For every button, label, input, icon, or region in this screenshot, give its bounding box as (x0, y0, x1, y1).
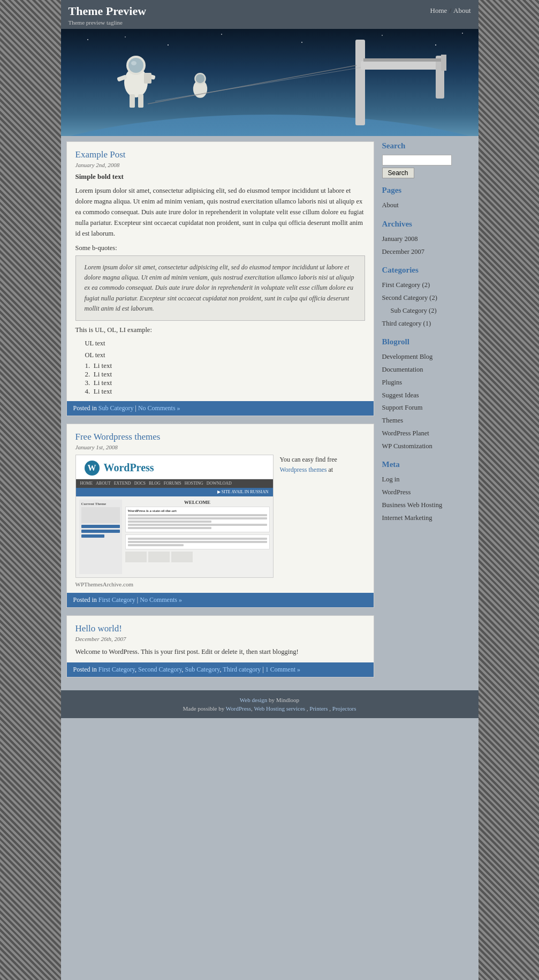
post-1-cat-link[interactable]: Sub Category (98, 404, 134, 412)
sidebar-search-heading: Search (382, 141, 473, 152)
nav-about-link[interactable]: About (453, 6, 471, 15)
post-1-comments-link[interactable]: No Comments » (138, 404, 180, 412)
svg-rect-21 (130, 94, 135, 108)
footer-hosting-link[interactable]: Web Hosting services (254, 705, 305, 712)
sidebar-blogroll-heading: Blogroll (382, 337, 473, 348)
nav-home-link[interactable]: Home (430, 6, 447, 15)
sidebar-cat-third[interactable]: Third category (1) (382, 318, 473, 330)
footer-printers-link[interactable]: Printers (309, 705, 328, 712)
post-1-li-2: 2. Li text (85, 370, 365, 379)
sidebar-meta-heading: Meta (382, 460, 473, 470)
sidebar-page-about[interactable]: About (382, 199, 473, 212)
sidebar-meta-marketing[interactable]: Internet Marketing (382, 512, 473, 525)
sidebar-pages-heading: Pages (382, 186, 473, 196)
site-title: Theme Preview (69, 4, 147, 18)
sidebar-cat-first[interactable]: First Category (2) (382, 279, 473, 292)
post-1-bold: Simple bold text (75, 172, 365, 181)
wp-nav-hosting: HOSTING (185, 481, 203, 486)
svg-point-2 (87, 39, 88, 40)
sidebar-blogroll-support[interactable]: Support Forum (382, 402, 473, 414)
wp-nav-extend: EXTEND (114, 481, 131, 486)
post-2-cat-link[interactable]: First Category (98, 596, 135, 604)
sidebar: Search Search Pages About Archives Janua… (379, 141, 473, 685)
post-2-date: January 1st, 2008 (75, 444, 365, 450)
header-nav: Home / About (430, 4, 471, 15)
wp-logo-text: WordPress (104, 462, 154, 474)
svg-rect-22 (138, 94, 143, 108)
post-3-cat1-link[interactable]: First Category (98, 666, 135, 673)
search-button[interactable]: Search (382, 168, 414, 178)
wp-logo-circle: W (85, 461, 100, 476)
sidebar-search-section: Search Search (382, 141, 473, 178)
svg-point-18 (131, 61, 136, 65)
sidebar-archive-dec2007[interactable]: December 2007 (382, 246, 473, 259)
post-3-body: Welcome to WordPress. This is your first… (75, 646, 365, 657)
post-2-link[interactable]: Wordpress themes (280, 466, 327, 473)
wp-nav-blog: BLOG (149, 481, 161, 486)
sidebar-blogroll-section: Blogroll Development Blog Documentation … (382, 337, 473, 453)
nav-sep: / (449, 6, 451, 15)
post-3-cat3-link[interactable]: Sub Category (185, 666, 220, 673)
sidebar-blogroll-devblog[interactable]: Development Blog (382, 351, 473, 364)
wp-nav-home: HOME (80, 481, 93, 486)
svg-point-7 (382, 35, 383, 36)
search-input[interactable] (382, 155, 452, 165)
post-1-body: Lorem ipsum dolor sit amet, consectetur … (75, 185, 365, 239)
post-3-footer: Posted in First Category, Second Categor… (67, 662, 374, 677)
svg-rect-23 (144, 73, 151, 84)
post-1-ul-item: UL text (85, 337, 365, 350)
sidebar-blogroll-suggest[interactable]: Suggest Ideas (382, 389, 473, 402)
post-1-li-3: 3. Li text (85, 379, 365, 387)
sidebar-archive-jan2008[interactable]: January 2008 (382, 233, 473, 246)
svg-rect-14 (441, 55, 446, 71)
svg-point-5 (221, 34, 222, 35)
post-1-ol-item: OL text (85, 349, 365, 361)
svg-point-6 (301, 42, 302, 43)
svg-rect-13 (363, 58, 446, 62)
post-1-li-4: 4. Li text (85, 387, 365, 396)
post-3-cat4-link[interactable]: Third category (223, 666, 261, 673)
footer-wp-link[interactable]: WordPress (226, 705, 251, 712)
post-1: Example Post January 2nd, 2008 Simple bo… (66, 141, 374, 416)
post-1-ul-label: This is UL, OL, LI example: (75, 326, 365, 334)
wp-nav-download: DOWNLOAD (207, 481, 232, 486)
wp-nav-about: ABOUT (96, 481, 111, 486)
post-2-comments-link[interactable]: No Comments » (140, 596, 182, 604)
footer-projectors-link[interactable]: Projectors (332, 705, 356, 712)
sidebar-blogroll-wpcustom[interactable]: WP Customization (382, 440, 473, 453)
footer-line2: Made possible by WordPress, Web Hosting … (67, 705, 472, 712)
svg-rect-10 (355, 40, 365, 125)
post-2-title-link[interactable]: Free Wordpress themes (75, 432, 161, 442)
svg-point-9 (462, 33, 463, 34)
post-3-cat2-link[interactable]: Second Category (138, 666, 182, 673)
sidebar-meta-wordpress[interactable]: WordPress (382, 486, 473, 499)
sidebar-meta-login[interactable]: Log in (382, 473, 473, 486)
svg-point-3 (125, 36, 126, 37)
svg-point-26 (195, 74, 204, 83)
sidebar-blogroll-themes[interactable]: Themes (382, 414, 473, 427)
footer-webdesign-link[interactable]: Web design (240, 697, 267, 703)
sidebar-blogroll-plugins[interactable]: Plugins (382, 376, 473, 389)
sidebar-categories-section: Categories First Category (2) Second Cat… (382, 266, 473, 330)
svg-point-4 (168, 44, 169, 46)
post-2-footer: Posted in First Category | No Comments » (67, 593, 374, 607)
post-3-title-link[interactable]: Hello world! (75, 623, 122, 634)
post-1-title-link[interactable]: Example Post (75, 149, 126, 160)
header-image (61, 29, 479, 136)
sidebar-archives-heading: Archives (382, 220, 473, 230)
svg-point-17 (128, 58, 143, 73)
post-1-date: January 2nd, 2008 (75, 162, 365, 168)
footer: Web design by Mindloop Made possible by … (61, 690, 479, 718)
footer-line1: Web design by Mindloop (67, 697, 472, 703)
sidebar-cat-second[interactable]: Second Category (2) (382, 292, 473, 305)
post-1-bquote-label: Some b-quotes: (75, 244, 365, 252)
wp-nav-forums: FORUMS (164, 481, 181, 486)
post-3-comments-link[interactable]: 1 Comment » (265, 666, 300, 673)
sidebar-categories-heading: Categories (382, 266, 473, 276)
sidebar-meta-hosting[interactable]: Business Web Hosting (382, 499, 473, 512)
svg-point-8 (435, 44, 436, 46)
post-2-image: W WordPress HOME ABOUT EXTEND DOCS BLOG … (75, 455, 274, 578)
sidebar-blogroll-wpplanet[interactable]: WordPress Planet (382, 427, 473, 440)
sidebar-blogroll-docs[interactable]: Documentation (382, 364, 473, 376)
sidebar-cat-sub[interactable]: Sub Category (2) (382, 305, 473, 318)
